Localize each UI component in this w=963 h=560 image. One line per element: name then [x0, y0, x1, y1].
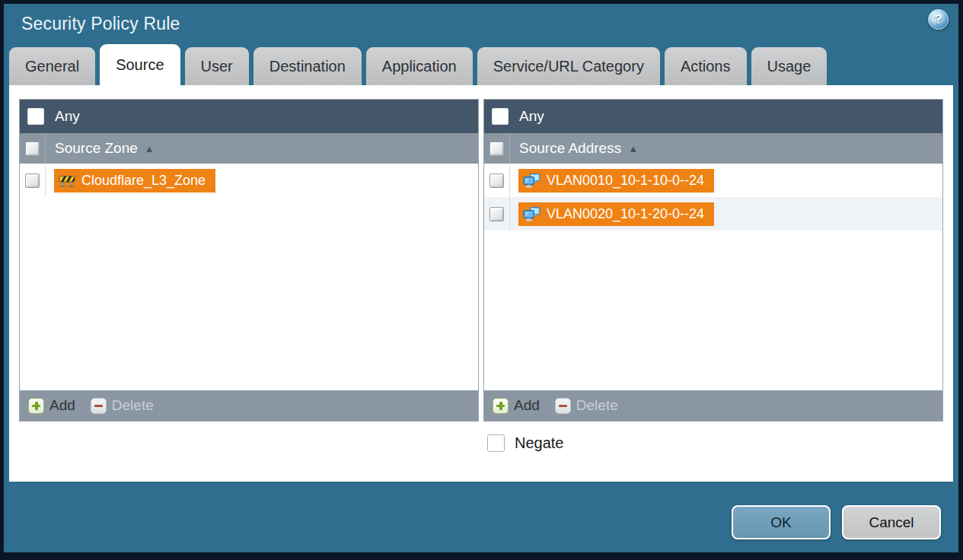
minus-icon	[555, 398, 571, 414]
tab-label: Source	[116, 56, 164, 74]
help-icon[interactable]: ?	[928, 9, 949, 30]
ok-button[interactable]: OK	[732, 505, 831, 539]
source-zone-column-header: Source Zone ▲	[20, 133, 478, 164]
source-address-list: VLAN0010_10-1-10-0--24	[484, 164, 942, 390]
source-zone-selectall-checkbox[interactable]	[25, 142, 40, 156]
dialog-content: Any Source Zone ▲	[9, 85, 953, 482]
address-chip[interactable]: VLAN0020_10-1-20-0--24	[518, 202, 714, 226]
source-address-panel: Any Source Address ▲	[483, 99, 943, 422]
source-zone-list: Cloudflare_L3_Zone	[20, 164, 478, 390]
plus-icon	[28, 398, 44, 414]
source-address-sort-header[interactable]: Source Address ▲	[510, 133, 638, 164]
row-checkbox[interactable]	[489, 207, 504, 221]
tab[interactable]: Service/URL Category	[477, 47, 660, 85]
minus-icon	[91, 398, 107, 414]
source-address-selectall-checkbox[interactable]	[489, 142, 504, 156]
zone-chip[interactable]: Cloudflare_L3_Zone	[54, 169, 215, 192]
row-checkbox[interactable]	[489, 173, 504, 188]
tab[interactable]: User	[185, 47, 249, 85]
column-header-label: Source Zone	[55, 140, 138, 157]
tab-label: Actions	[681, 58, 731, 75]
tab-label: General	[25, 58, 79, 75]
add-button[interactable]: Add	[493, 397, 540, 414]
tab[interactable]: Destination	[254, 47, 362, 85]
tab[interactable]: General	[9, 47, 95, 85]
security-policy-rule-dialog: Security Policy Rule ? General Source Us…	[0, 0, 963, 560]
address-icon	[523, 207, 540, 221]
tab-label: User	[201, 58, 233, 75]
negate-label: Negate	[515, 434, 564, 452]
source-address-any-checkbox[interactable]	[492, 108, 509, 125]
address-chip[interactable]: VLAN0010_10-1-10-0--24	[518, 169, 714, 192]
tab-bar: General Source User Destination Applicat…	[4, 44, 958, 85]
table-row[interactable]: VLAN0010_10-1-10-0--24	[484, 164, 942, 197]
row-label: VLAN0020_10-1-20-0--24	[547, 206, 704, 222]
negate-row: Negate	[487, 434, 943, 452]
tab[interactable]: Usage	[751, 47, 827, 85]
source-address-any-label: Any	[519, 108, 544, 125]
source-zone-any-checkbox[interactable]	[27, 108, 44, 125]
sort-asc-icon: ▲	[145, 143, 155, 154]
source-address-any-bar: Any	[484, 100, 942, 133]
dialog-titlebar: Security Policy Rule	[4, 4, 958, 44]
row-label: VLAN0010_10-1-10-0--24	[547, 173, 704, 189]
row-checkbox[interactable]	[25, 173, 40, 188]
delete-button[interactable]: Delete	[555, 397, 618, 414]
tab-label: Application	[382, 58, 457, 75]
source-zone-any-label: Any	[55, 108, 80, 125]
table-row[interactable]: VLAN0020_10-1-20-0--24	[484, 197, 942, 231]
sort-asc-icon: ▲	[628, 143, 638, 154]
source-address-column-header: Source Address ▲	[484, 133, 942, 164]
add-button[interactable]: Add	[28, 397, 75, 414]
tab-label: Usage	[767, 58, 812, 75]
tab[interactable]: Source	[100, 44, 180, 85]
row-label: Cloudflare_L3_Zone	[81, 173, 206, 189]
tab-label: Destination	[269, 58, 346, 75]
zone-icon	[59, 174, 75, 187]
plus-icon	[493, 398, 509, 414]
source-address-toolbar: Add Delete	[484, 390, 942, 421]
column-header-label: Source Address	[519, 140, 621, 157]
tab[interactable]: Actions	[665, 47, 747, 85]
source-zone-sort-header[interactable]: Source Zone ▲	[46, 133, 155, 164]
table-row[interactable]: Cloudflare_L3_Zone	[20, 164, 478, 197]
source-zone-any-bar: Any	[20, 100, 478, 133]
source-zone-panel: Any Source Zone ▲	[19, 99, 479, 422]
cancel-button[interactable]: Cancel	[842, 505, 941, 539]
delete-button[interactable]: Delete	[91, 397, 154, 414]
negate-checkbox[interactable]	[487, 434, 505, 452]
tab[interactable]: Application	[366, 47, 473, 85]
source-zone-toolbar: Add Delete	[20, 390, 478, 421]
tab-label: Service/URL Category	[493, 58, 644, 75]
page-title: Security Policy Rule	[21, 14, 180, 34]
address-icon	[523, 173, 540, 188]
